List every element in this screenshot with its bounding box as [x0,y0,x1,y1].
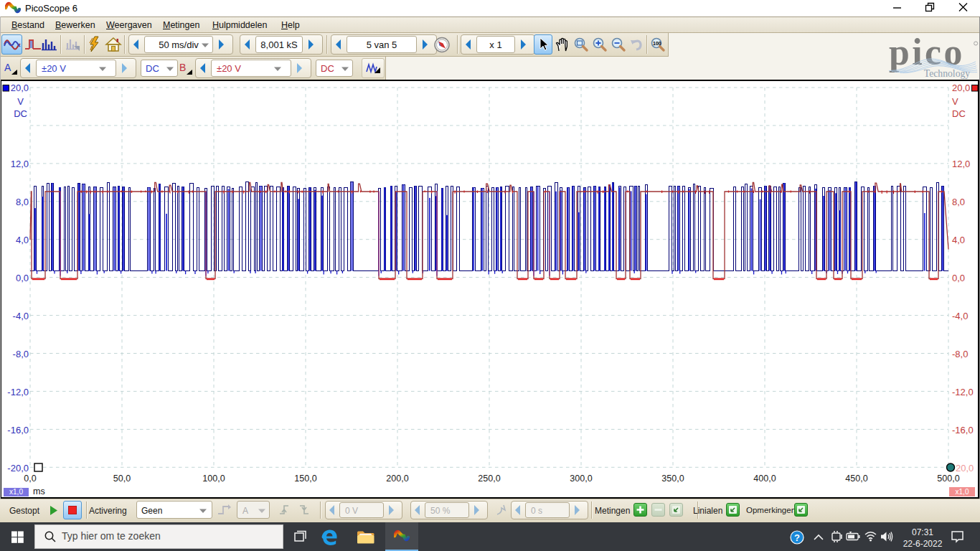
svg-text:?: ? [794,532,800,543]
